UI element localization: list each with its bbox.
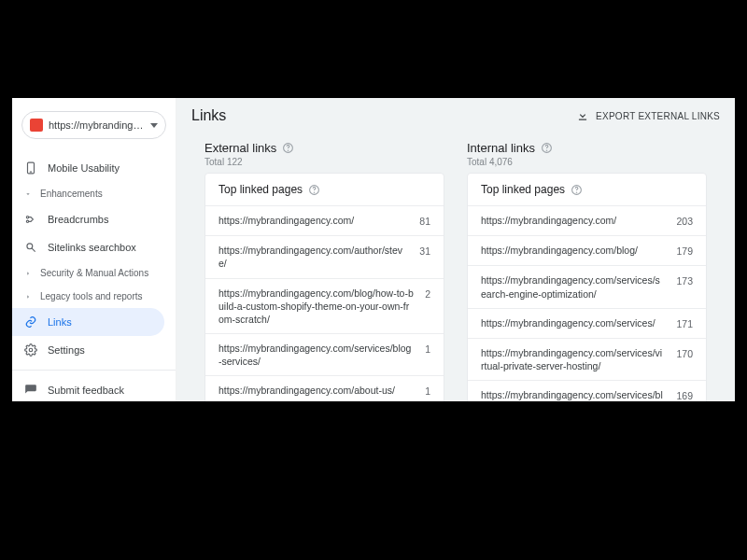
row-count: 169 xyxy=(676,388,693,401)
svg-point-17 xyxy=(576,191,577,192)
external-links-title: External links xyxy=(204,141,444,155)
export-button-label: EXPORT EXTERNAL LINKS xyxy=(596,111,720,121)
caret-down-icon xyxy=(150,123,158,128)
sidebar-item-sitelinks-searchbox[interactable]: Sitelinks searchbox xyxy=(12,233,164,261)
help-icon[interactable] xyxy=(308,184,320,196)
row-url: https://mybrandingagency.com/services/vi… xyxy=(481,346,676,372)
main-content: Links EXPORT EXTERNAL LINKS External lin… xyxy=(176,98,735,401)
sidebar-item-submit-feedback[interactable]: Submit feedback xyxy=(12,376,164,401)
table-row[interactable]: https://mybrandingagency.com/services/se… xyxy=(468,265,706,307)
external-links-panel: External links Total 122 Top linked page… xyxy=(204,141,444,401)
table-row[interactable]: https://mybrandingagency.com/203 xyxy=(468,205,706,235)
sidebar-item-settings[interactable]: Settings xyxy=(12,336,164,364)
sidebar-item-links[interactable]: Links xyxy=(12,308,164,336)
svg-point-13 xyxy=(314,191,315,192)
row-count: 170 xyxy=(676,346,693,360)
smartphone-icon xyxy=(23,161,38,175)
sidebar-group-label: Security & Manual Actions xyxy=(40,268,148,278)
chevron-right-icon xyxy=(23,292,33,301)
help-icon[interactable] xyxy=(571,184,583,196)
row-count: 1 xyxy=(425,342,430,356)
internal-links-panel: Internal links Total 4,076 Top linked pa… xyxy=(467,141,707,401)
section-title-text: Internal links xyxy=(467,141,535,155)
chevron-down-icon xyxy=(23,189,33,199)
table-row[interactable]: https://mybrandingagency.com/author/stev… xyxy=(205,235,444,277)
internal-total: Total 4,076 xyxy=(467,157,707,167)
row-count: 203 xyxy=(676,214,693,228)
row-count: 171 xyxy=(676,316,693,330)
row-url: https://mybrandingagency.com/blog/how-to… xyxy=(218,287,425,327)
sidebar-item-label: Settings xyxy=(48,344,85,356)
row-url: https://mybrandingagency.com/services/se… xyxy=(481,273,676,300)
svg-point-6 xyxy=(29,348,33,352)
table-row[interactable]: https://mybrandingagency.com/blog/how-to… xyxy=(205,278,444,334)
searchbox-icon xyxy=(23,240,38,255)
sidebar-group-label: Legacy tools and reports xyxy=(40,291,143,301)
breadcrumb-icon xyxy=(23,212,38,227)
svg-point-15 xyxy=(546,150,547,151)
link-icon xyxy=(23,315,38,329)
sidebar: https://mybranding… Mobile Usability Enh… xyxy=(12,98,176,401)
table-row[interactable]: https://mybrandingagency.com/blog/179 xyxy=(468,235,706,265)
row-url: https://mybrandingagency.com/about-us/ xyxy=(218,384,425,397)
table-row[interactable]: https://mybrandingagency.com/about-us/1 xyxy=(205,375,444,401)
divider xyxy=(12,370,176,371)
help-icon[interactable] xyxy=(541,142,553,154)
svg-point-2 xyxy=(26,217,28,218)
row-url: https://mybrandingagency.com/services/bl… xyxy=(218,342,425,368)
external-top-linked-pages-card: Top linked pages https://mybrandingagenc… xyxy=(204,173,444,401)
chevron-right-icon xyxy=(23,269,33,278)
row-url: https://mybrandingagency.com/ xyxy=(218,214,419,227)
sidebar-group-enhancements[interactable]: Enhancements xyxy=(12,182,176,205)
sidebar-item-label: Sitelinks searchbox xyxy=(48,242,136,253)
sidebar-item-label: Mobile Usability xyxy=(48,162,120,174)
table-row[interactable]: https://mybrandingagency.com/services/vi… xyxy=(468,338,706,380)
export-external-links-button[interactable]: EXPORT EXTERNAL LINKS xyxy=(575,108,720,123)
row-url: https://mybrandingagency.com/author/stev… xyxy=(218,244,419,270)
download-icon xyxy=(575,108,590,123)
property-label: https://mybranding… xyxy=(49,119,145,131)
property-favicon xyxy=(30,119,43,132)
sidebar-item-breadcrumbs[interactable]: Breadcrumbs xyxy=(12,205,164,233)
card-head: Top linked pages xyxy=(205,174,444,205)
row-count: 81 xyxy=(419,214,430,228)
gear-icon xyxy=(23,343,38,357)
sidebar-item-label: Submit feedback xyxy=(48,385,124,396)
table-row[interactable]: https://mybrandingagency.com/81 xyxy=(205,205,444,235)
sidebar-item-mobile-usability[interactable]: Mobile Usability xyxy=(12,154,164,182)
sidebar-group-security[interactable]: Security & Manual Actions xyxy=(12,261,176,285)
help-icon[interactable] xyxy=(282,142,294,154)
table-row[interactable]: https://mybrandingagency.com/services/17… xyxy=(468,308,706,338)
row-url: https://mybrandingagency.com/services/bl… xyxy=(481,388,676,401)
svg-line-5 xyxy=(32,248,35,252)
table-row[interactable]: https://mybrandingagency.com/services/bl… xyxy=(468,380,706,401)
row-count: 173 xyxy=(676,273,693,287)
sidebar-item-label: Links xyxy=(48,316,72,328)
page-title: Links xyxy=(191,107,226,124)
svg-point-3 xyxy=(26,220,28,222)
internal-top-linked-pages-card: Top linked pages https://mybrandingagenc… xyxy=(467,173,707,401)
svg-point-4 xyxy=(27,244,33,249)
row-url: https://mybrandingagency.com/blog/ xyxy=(481,244,676,257)
internal-links-title: Internal links xyxy=(467,141,707,155)
card-title: Top linked pages xyxy=(218,183,303,196)
sidebar-group-legacy[interactable]: Legacy tools and reports xyxy=(12,285,176,308)
row-count: 1 xyxy=(425,384,430,398)
row-count: 2 xyxy=(425,287,430,301)
sidebar-group-label: Enhancements xyxy=(40,189,103,199)
property-selector[interactable]: https://mybranding… xyxy=(21,111,166,139)
sidebar-item-label: Breadcrumbs xyxy=(48,214,108,225)
external-total: Total 122 xyxy=(204,157,444,167)
svg-point-11 xyxy=(289,150,289,151)
table-row[interactable]: https://mybrandingagency.com/services/bl… xyxy=(205,333,444,375)
row-count: 31 xyxy=(419,244,430,258)
row-count: 179 xyxy=(676,244,693,258)
row-url: https://mybrandingagency.com/ xyxy=(481,214,676,227)
section-title-text: External links xyxy=(204,141,276,155)
card-head: Top linked pages xyxy=(468,174,706,205)
card-title: Top linked pages xyxy=(481,183,565,196)
main-header: Links EXPORT EXTERNAL LINKS xyxy=(191,107,720,124)
row-url: https://mybrandingagency.com/services/ xyxy=(481,316,676,329)
feedback-icon xyxy=(23,383,38,398)
